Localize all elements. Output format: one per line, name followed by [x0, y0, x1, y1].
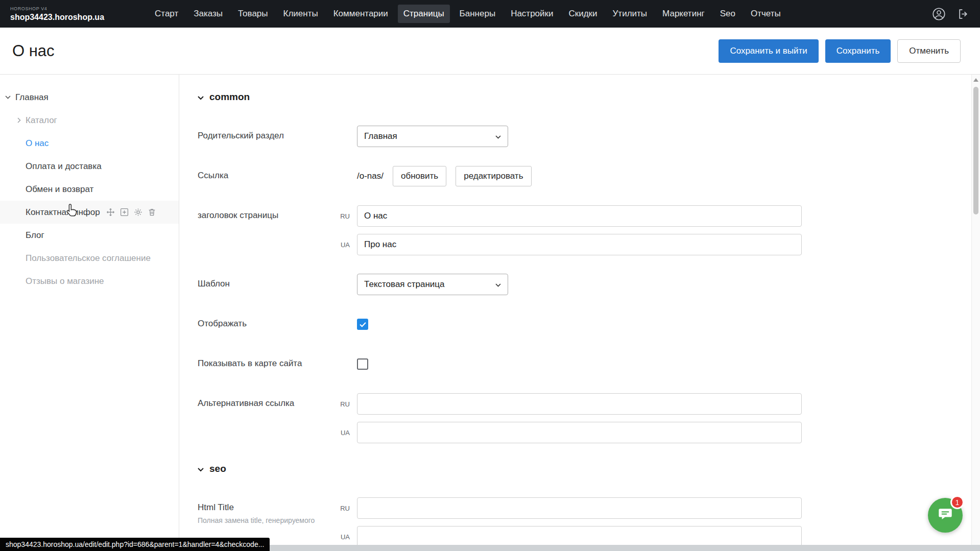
select-value: Главная — [364, 131, 397, 141]
save-button[interactable]: Сохранить — [825, 39, 891, 63]
page-title-ua-input[interactable] — [357, 234, 802, 255]
menu-item-discounts[interactable]: Скидки — [563, 5, 603, 23]
field-html-title: Html Title Полная замена title, генериру… — [198, 497, 980, 547]
menu-item-banners[interactable]: Баннеры — [454, 5, 501, 23]
tree-item-label: Отзывы о магазине — [26, 276, 104, 286]
save-and-exit-button[interactable]: Сохранить и выйти — [719, 39, 818, 63]
section-title: seo — [209, 463, 226, 474]
lang-label-ua: UA — [331, 241, 357, 249]
menu-item-pages[interactable]: Страницы — [398, 5, 450, 23]
sitemap-checkbox[interactable] — [357, 358, 368, 370]
page-edit-form: common Родительский раздел Главная Ссы — [179, 75, 980, 551]
field-template: Шаблон Текстовая страница — [198, 274, 980, 295]
menu-item-reports[interactable]: Отчеты — [745, 5, 786, 23]
tree-item-label: Пользовательское соглашение — [26, 253, 151, 263]
menu-item-comments[interactable]: Комментарии — [328, 5, 394, 23]
menu-item-seo[interactable]: Seo — [714, 5, 741, 23]
header-buttons: Сохранить и выйти Сохранить Отменить — [719, 39, 961, 63]
link-path-value: /o-nas/ — [357, 171, 384, 181]
trash-icon[interactable] — [148, 208, 156, 217]
lang-label-ua: UA — [331, 429, 357, 437]
topbar: HOROSHOP V4 shop34423.horoshop.ua Старт … — [0, 0, 980, 28]
chevron-right-icon — [17, 117, 21, 123]
main-menu: Старт Заказы Товары Клиенты Комментарии … — [149, 5, 925, 23]
field-label: Отображать — [198, 314, 331, 335]
field-alt-link: Альтернативная ссылка RU UA — [198, 393, 980, 443]
field-display: Отображать — [198, 314, 980, 335]
chevron-down-icon — [5, 95, 11, 99]
menu-item-marketing[interactable]: Маркетинг — [657, 5, 710, 23]
menu-item-start[interactable]: Старт — [149, 5, 184, 23]
lang-label-ru: RU — [331, 400, 357, 408]
menu-item-utilities[interactable]: Утилиты — [607, 5, 653, 23]
move-icon[interactable] — [106, 208, 115, 217]
field-link: Ссылка /o-nas/ обновить редактировать — [198, 165, 980, 187]
edit-link-button[interactable]: редактировать — [456, 166, 531, 186]
field-label: Ссылка — [198, 165, 331, 187]
account-icon[interactable] — [932, 7, 946, 21]
sidebar-item-exchange-return[interactable]: Обмен и возврат — [0, 178, 179, 201]
menu-item-clients[interactable]: Клиенты — [278, 5, 324, 23]
template-select[interactable]: Текстовая страница — [357, 274, 508, 295]
html-title-ua-input[interactable] — [357, 526, 802, 547]
alt-link-ua-input[interactable] — [357, 422, 802, 443]
display-checkbox[interactable] — [357, 319, 368, 330]
page-title: О нас — [12, 42, 55, 60]
topbar-icons — [932, 7, 970, 21]
sidebar-item-home[interactable]: Главная — [0, 86, 179, 109]
tree-item-actions — [106, 208, 156, 217]
sidebar-item-store-reviews[interactable]: Отзывы о магазине — [0, 270, 179, 293]
page-title-ru-input[interactable] — [357, 205, 802, 227]
field-label: Шаблон — [198, 274, 331, 295]
select-value: Текстовая страница — [364, 279, 445, 290]
menu-item-settings[interactable]: Настройки — [505, 5, 559, 23]
sidebar-item-user-agreement[interactable]: Пользовательское соглашение — [0, 247, 179, 270]
alt-link-ru-input[interactable] — [357, 393, 802, 415]
add-icon[interactable] — [120, 208, 129, 217]
field-label: Показывать в карте сайта — [198, 353, 331, 375]
chevron-down-icon — [198, 91, 204, 103]
section-common[interactable]: common — [198, 90, 980, 104]
vertical-scrollbar[interactable] — [971, 75, 980, 551]
brand-domain: shop34423.horoshop.ua — [10, 13, 104, 21]
section-title: common — [209, 91, 250, 103]
sidebar-item-payment-delivery[interactable]: Оплата и доставка — [0, 155, 179, 178]
field-label: Html Title — [198, 502, 331, 513]
sidebar-item-contact-info[interactable]: Контактная инфор — [0, 201, 179, 224]
parent-section-select[interactable]: Главная — [357, 126, 508, 147]
menu-item-products[interactable]: Товары — [232, 5, 273, 23]
scrollbar-thumb[interactable] — [973, 87, 978, 214]
chevron-down-icon — [495, 131, 501, 141]
tree-item-label: Контактная инфор — [26, 207, 100, 218]
refresh-link-button[interactable]: обновить — [393, 166, 446, 186]
logout-icon[interactable] — [957, 8, 970, 20]
chevron-down-icon — [198, 463, 204, 474]
chat-launcher-button[interactable]: 1 — [928, 498, 963, 533]
page-header: О нас Сохранить и выйти Сохранить Отмени… — [0, 28, 980, 75]
brand-version: HOROSHOP V4 — [10, 7, 104, 11]
lang-label-ua: UA — [331, 533, 357, 541]
link-status-bar: shop34423.horoshop.ua/edit/edit.php?id=6… — [0, 538, 270, 551]
tree-item-label: Главная — [15, 92, 49, 103]
html-title-ru-input[interactable] — [357, 497, 802, 519]
lang-label-ru: RU — [331, 212, 357, 220]
tree-item-label: О нас — [26, 138, 49, 149]
section-seo[interactable]: seo — [198, 462, 980, 476]
field-label: заголовок страницы — [198, 205, 331, 255]
field-hint: Полная замена title, генерируемого — [198, 516, 331, 525]
field-sitemap: Показывать в карте сайта — [198, 353, 980, 375]
chevron-down-icon — [495, 279, 501, 290]
chat-unread-badge: 1 — [950, 495, 964, 509]
lang-label-ru: RU — [331, 505, 357, 512]
tree-item-label: Блог — [26, 230, 44, 241]
brand[interactable]: HOROSHOP V4 shop34423.horoshop.ua — [10, 7, 104, 21]
field-label: Альтернативная ссылка — [198, 393, 331, 443]
scroll-up-arrow-icon[interactable] — [973, 78, 978, 82]
tree-item-label: Обмен и возврат — [26, 184, 93, 195]
menu-item-orders[interactable]: Заказы — [188, 5, 228, 23]
gear-icon[interactable] — [134, 208, 142, 217]
sidebar-item-catalog[interactable]: Каталог — [0, 109, 179, 132]
cancel-button[interactable]: Отменить — [897, 39, 961, 63]
sidebar-item-blog[interactable]: Блог — [0, 224, 179, 247]
sidebar-item-about[interactable]: О нас — [0, 132, 179, 155]
